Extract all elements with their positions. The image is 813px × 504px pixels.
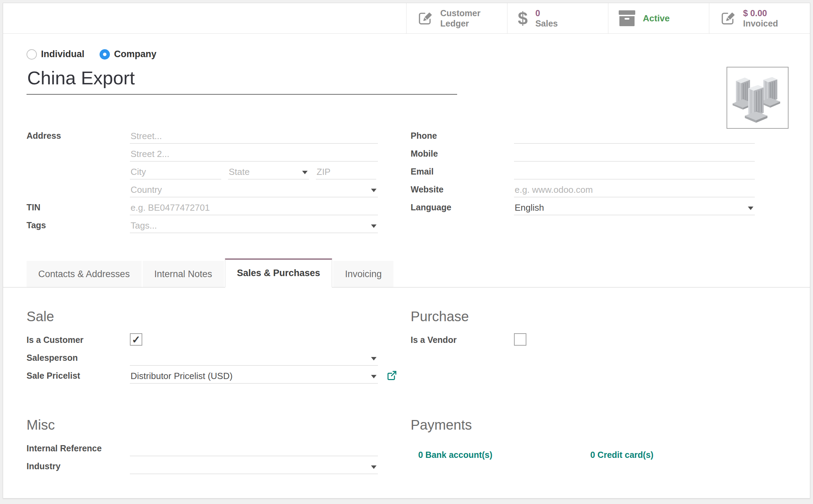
dropdown-caret-icon[interactable] [371, 189, 377, 192]
sale-section-title: Sale [27, 309, 378, 324]
is-customer-checkbox[interactable]: ✓ [130, 333, 142, 346]
tab-sales-purchases[interactable]: Sales & Purchases [225, 259, 332, 287]
payments-section-title: Payments [411, 417, 755, 433]
bank-accounts-link[interactable]: 0 Bank account(s) [418, 450, 492, 460]
sale-pricelist-label: Sale Pricelist [27, 371, 130, 384]
invoiced-stat-button[interactable]: $ 0.00 Invoiced [709, 3, 810, 33]
mobile-label: Mobile [411, 149, 514, 161]
street2-field [130, 147, 378, 161]
invoiced-label: Invoiced [743, 18, 778, 29]
website-input[interactable] [514, 183, 755, 197]
address-column: Address [27, 129, 378, 237]
radio-company-label: Company [114, 49, 156, 60]
misc-section-title: Misc [27, 417, 378, 433]
edit-note-icon [417, 10, 433, 26]
salesperson-field [130, 351, 378, 366]
sale-pricelist-field [130, 369, 378, 384]
salesperson-label: Salesperson [27, 353, 130, 366]
street-input[interactable] [130, 129, 378, 143]
email-input[interactable] [514, 165, 755, 179]
city-field [130, 165, 221, 179]
credit-cards-link[interactable]: 0 Credit card(s) [590, 450, 654, 460]
is-vendor-field [514, 333, 755, 348]
invoiced-amount: $ 0.00 [743, 8, 778, 18]
external-link-icon[interactable] [386, 370, 397, 381]
country-field [130, 183, 378, 197]
tin-label: TIN [27, 202, 130, 215]
payments-section: Payments 0 Bank account(s) 0 Credit card… [411, 417, 786, 477]
tin-field [130, 201, 378, 215]
tab-invoicing[interactable]: Invoicing [333, 261, 393, 287]
tags-label: Tags [27, 220, 130, 233]
industry-field [130, 460, 378, 474]
active-archive-button[interactable]: Active [608, 3, 709, 33]
sales-stat-button[interactable]: $ 0 Sales [507, 3, 608, 33]
dollar-icon: $ [518, 9, 528, 27]
sales-label: Sales [535, 18, 558, 29]
address-label: Address [27, 131, 130, 144]
contact-column: Phone Mobile Email [411, 129, 786, 237]
is-customer-field: ✓ [130, 333, 378, 348]
misc-section: Misc Internal Reference Industry [27, 417, 378, 477]
radio-unselected-icon [27, 49, 37, 60]
active-label: Active [643, 13, 670, 24]
status-button-bar: Customer Ledger $ 0 Sales Active $ [3, 3, 810, 34]
website-field [514, 183, 755, 197]
phone-input[interactable] [514, 129, 755, 143]
is-vendor-label: Is a Vendor [411, 335, 514, 348]
street2-input[interactable] [130, 147, 378, 161]
salesperson-input[interactable] [130, 351, 378, 365]
is-customer-label: Is a Customer [27, 335, 130, 348]
sales-count: 0 [535, 8, 558, 18]
radio-individual[interactable]: Individual [27, 49, 84, 60]
purchase-section-title: Purchase [411, 309, 755, 324]
dropdown-caret-icon[interactable] [748, 207, 753, 210]
language-field [514, 201, 755, 215]
tin-input[interactable] [130, 201, 378, 214]
company-type-radio-group: Individual Company [27, 49, 786, 60]
internal-reference-field [130, 442, 378, 456]
sales-purchases-pane: Sale Is a Customer ✓ Salesperson [27, 287, 786, 477]
buildings-illustration [729, 70, 786, 126]
state-input[interactable] [228, 165, 309, 179]
phone-field [514, 129, 755, 144]
radio-company[interactable]: Company [100, 49, 156, 60]
dropdown-caret-icon[interactable] [302, 171, 308, 174]
dropdown-caret-icon[interactable] [371, 357, 377, 360]
industry-input[interactable] [130, 460, 378, 473]
is-vendor-checkbox[interactable] [514, 333, 526, 346]
contact-name-input[interactable] [27, 67, 457, 95]
language-input[interactable] [514, 201, 755, 214]
internal-reference-input[interactable] [130, 442, 378, 455]
email-field [514, 165, 755, 179]
zip-input[interactable] [316, 165, 376, 179]
company-image[interactable] [727, 67, 789, 129]
edit-note-icon [720, 10, 735, 26]
sale-pricelist-input[interactable] [130, 369, 378, 383]
state-field [228, 165, 309, 179]
tab-internal-notes[interactable]: Internal Notes [143, 261, 224, 287]
radio-individual-label: Individual [41, 49, 84, 60]
customer-ledger-label-line2: Ledger [440, 18, 481, 29]
industry-label: Industry [27, 461, 130, 474]
archive-box-icon [619, 10, 635, 26]
mobile-field [514, 147, 755, 161]
dropdown-caret-icon[interactable] [371, 224, 377, 228]
tab-contacts-addresses[interactable]: Contacts & Addresses [27, 261, 142, 287]
tags-input[interactable] [130, 219, 378, 232]
dropdown-caret-icon[interactable] [371, 465, 377, 469]
purchase-section: Purchase Is a Vendor [411, 309, 786, 387]
notebook-tab-bar: Contacts & Addresses Internal Notes Sale… [3, 259, 810, 287]
country-input[interactable] [130, 183, 378, 197]
sale-section: Sale Is a Customer ✓ Salesperson [27, 309, 378, 387]
mobile-input[interactable] [514, 147, 755, 161]
website-label: Website [411, 185, 514, 197]
contact-form-sheet: Customer Ledger $ 0 Sales Active $ [3, 3, 810, 498]
language-label: Language [411, 202, 514, 215]
email-label: Email [411, 167, 514, 179]
dropdown-caret-icon[interactable] [371, 375, 377, 378]
customer-ledger-button[interactable]: Customer Ledger [406, 3, 507, 33]
city-input[interactable] [130, 165, 221, 179]
tags-field [130, 219, 378, 233]
phone-label: Phone [411, 131, 514, 144]
